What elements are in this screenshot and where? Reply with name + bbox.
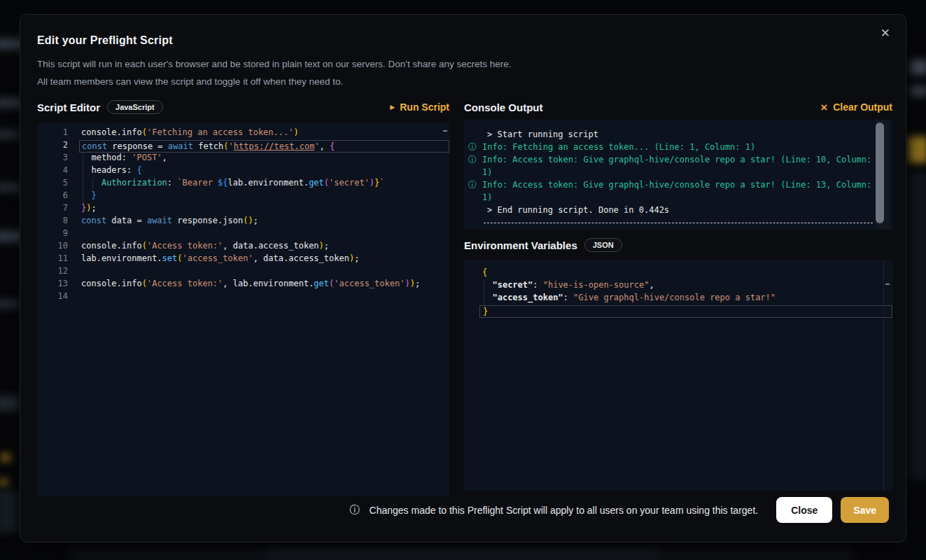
modal-description: This script will run in each user's brow… [37,55,511,90]
line-number: 14 [37,291,68,304]
code-line: method: 'POST', [79,153,449,165]
info-icon: ⓘ [468,141,482,153]
line-number: 10 [37,241,68,253]
env-vars-code[interactable]: { "secret": "hive-is-open-source", "acce… [479,267,892,318]
clear-x-icon: × [820,102,828,112]
console-text: Info: Fetching an access token... (Line:… [482,141,755,153]
line-number: 12 [37,266,68,279]
log-indent [468,204,487,216]
indent-guide [484,280,484,305]
scrollbar-thumb[interactable] [876,122,884,223]
line-number: 11 [37,253,68,266]
env-vars-editor[interactable]: { "secret": "hive-is-open-source", "acce… [464,260,892,491]
json-badge: JSON [584,238,622,252]
javascript-badge: JavaScript [107,100,163,114]
console-line: > End running script. Done in 0.442s [464,204,892,216]
code-line: "secret": "hive-is-open-source", [479,280,892,293]
backdrop-shape [0,490,18,532]
code-line: const response = await fetch('https://te… [79,140,449,153]
info-circle-icon: ⓘ [350,504,360,517]
line-number: 1 [37,127,68,140]
run-script-label: Run Script [400,102,449,113]
code-line: "access_token": "Give graphql-hive/conso… [479,293,892,305]
save-button[interactable]: Save [841,497,889,523]
console-line: ⓘInfo: Access token: Give graphql-hive/c… [464,178,892,204]
line-number: 13 [37,279,68,291]
console-line: ⓘInfo: Fetching an access token... (Line… [464,141,892,153]
console-line: ⓘInfo: Access token: Give graphql-hive/c… [464,153,892,178]
code-line [79,266,449,279]
backdrop-shape [0,454,11,461]
console-output-heading: Console Output [464,102,543,113]
script-editor[interactable]: 1234567891011121314 console.info('Fetchi… [37,123,449,496]
info-icon: ⓘ [468,178,482,204]
console-line: > Start running script [464,128,892,141]
footer-notice: Changes made to this Preflight Script wi… [370,505,759,516]
code-line: console.info('Access token:', data.acces… [79,241,449,253]
line-number: 5 [37,178,68,190]
code-line: console.info('Fetching an access token..… [79,127,449,140]
line-number: 3 [37,153,68,165]
backdrop-shape [909,136,926,163]
console-output-panel[interactable]: > Start running scriptⓘInfo: Fetching an… [464,120,892,230]
line-number: 7 [37,203,68,216]
code-line: { [479,267,892,280]
backdrop-shape [0,479,8,486]
line-number: 9 [37,228,68,241]
code-line: }); [79,203,449,216]
run-script-button[interactable]: ▶ Run Script [390,102,449,113]
clear-output-button[interactable]: × Clear Output [820,102,892,113]
backdrop-shape [910,59,926,75]
clear-output-label: Clear Output [833,102,892,113]
console-log: > Start running scriptⓘInfo: Fetching an… [464,120,892,223]
env-vars-header: Environment Variables JSON [464,237,892,253]
backdrop-shape [0,396,20,411]
code-line: lab.environment.set('access_token', data… [79,253,449,266]
close-button[interactable]: Close [776,497,832,523]
modal-title: Edit your Preflight Script [37,34,173,47]
console-header: Console Output × Clear Output [464,99,892,115]
overview-ruler [883,260,884,491]
code-line [79,291,449,304]
info-icon: ⓘ [468,153,482,178]
backdrop-shape [0,300,20,308]
code-line: } [79,190,449,203]
indent-guide [83,153,83,203]
log-indent [468,128,487,141]
backdrop-shape [266,549,658,560]
console-text: > End running script. Done in 0.442s [487,204,669,216]
code-line: Authorization: `Bearer ${lab.environment… [79,178,449,190]
console-separator [484,223,873,223]
code-line: const data = await response.json(); [79,216,449,228]
indent-guide [92,178,93,190]
play-icon: ▶ [390,104,395,111]
overview-ruler-mark [885,284,890,285]
script-code[interactable]: console.info('Fetching an access token..… [79,127,449,304]
description-line: This script will run in each user's brow… [37,55,511,73]
preflight-script-modal: ✕ Edit your Preflight Script This script… [20,14,906,542]
line-number: 6 [37,190,68,203]
console-text: > Start running script [487,128,598,141]
code-line: console.info('Access token:', lab.enviro… [79,279,449,291]
code-line [79,228,449,241]
line-number: 8 [37,216,68,228]
close-icon[interactable]: ✕ [878,24,893,42]
overview-ruler-mark [443,130,447,132]
script-editor-heading: Script Editor [37,102,100,113]
console-scrollbar[interactable] [876,120,890,230]
line-number-gutter: 1234567891011121314 [37,127,68,304]
description-line: All team members can view the script and… [37,73,511,90]
backdrop-shape [0,130,20,139]
code-line: } [479,305,892,318]
modal-footer: ⓘ Changes made to this Preflight Script … [350,497,889,523]
backdrop-shape [910,85,926,97]
console-text: Info: Access token: Give graphql-hive/co… [482,178,878,204]
line-number: 4 [37,165,68,178]
line-number: 2 [37,140,68,153]
code-line: headers: { [79,165,449,178]
script-editor-header: Script Editor JavaScript ▶ Run Script [37,99,449,115]
console-text: Info: Access token: Give graphql-hive/co… [482,153,878,178]
env-vars-heading: Environment Variables [464,239,577,251]
backdrop-shape [909,172,926,479]
